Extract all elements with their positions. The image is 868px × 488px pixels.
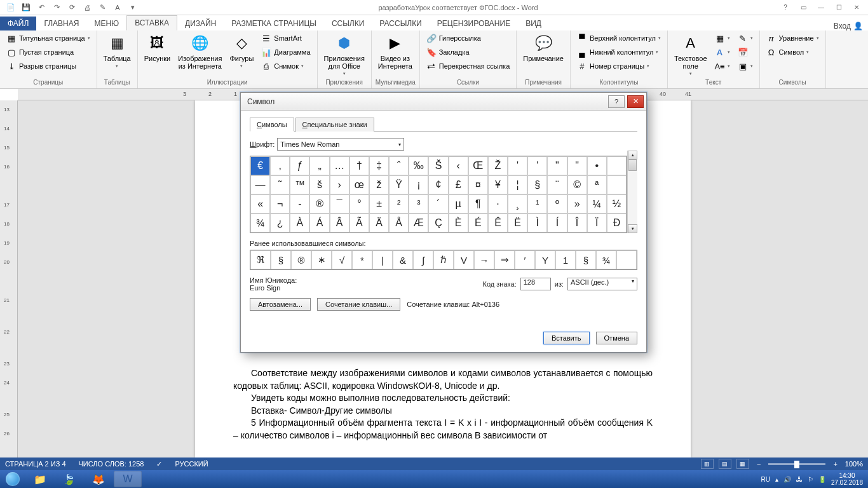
crossref-button[interactable]: ⮂Перекрестная ссылка bbox=[424, 60, 513, 72]
pictures-button[interactable]: 🖼Рисунки bbox=[142, 32, 173, 64]
tab-design[interactable]: ДИЗАЙН bbox=[177, 17, 224, 30]
shapes-button[interactable]: ◇Фигуры▾ bbox=[227, 32, 256, 70]
symbol-cell[interactable]: º bbox=[547, 194, 567, 214]
signin-link[interactable]: Вход bbox=[834, 22, 851, 30]
tray-up-icon[interactable]: ▴ bbox=[775, 476, 778, 483]
tab-view[interactable]: ВИД bbox=[518, 17, 549, 30]
hyperlink-button[interactable]: 🔗Гиперссылка bbox=[424, 32, 513, 44]
textbox-button[interactable]: AТекстовое поле▾ bbox=[672, 32, 710, 78]
status-language[interactable]: РУССКИЙ bbox=[175, 460, 208, 468]
blank-page-button[interactable]: ▢Пустая страница bbox=[4, 46, 93, 58]
symbol-cell[interactable]: § bbox=[527, 175, 547, 194]
ruler-vertical[interactable]: 13 14 15 16 17 18 19 20 21 22 23 24 25 2… bbox=[0, 100, 18, 458]
recent-symbol-cell[interactable]: * bbox=[352, 250, 372, 269]
symbol-cell[interactable]: · bbox=[488, 194, 508, 214]
symbol-cell[interactable]: ˆ bbox=[389, 156, 409, 175]
scroll-up-icon[interactable]: ▴ bbox=[628, 151, 637, 159]
symbol-cell[interactable]: Î bbox=[567, 214, 587, 233]
symbol-cell[interactable]: ' bbox=[527, 156, 547, 175]
comment-button[interactable]: 💬Примечание bbox=[520, 32, 566, 64]
recent-symbol-cell[interactable]: ⇒ bbox=[494, 250, 515, 269]
bookmark-button[interactable]: 🔖Закладка bbox=[424, 46, 513, 58]
scroll-down-icon[interactable]: ▾ bbox=[628, 224, 637, 233]
recent-symbol-cell[interactable] bbox=[616, 250, 637, 269]
recent-symbol-cell[interactable]: & bbox=[393, 250, 413, 269]
symbol-cell[interactable]: … bbox=[330, 156, 349, 175]
table-button[interactable]: ▦Таблица▾ bbox=[101, 32, 133, 70]
symbol-cell[interactable]: É bbox=[468, 214, 488, 233]
pagenum-button[interactable]: #Номер страницы▾ bbox=[574, 60, 663, 72]
symbol-cell[interactable]: ž bbox=[369, 175, 389, 194]
symbol-cell[interactable]: „ bbox=[309, 156, 329, 175]
taskbar-word[interactable]: W bbox=[114, 471, 142, 487]
recent-symbol-cell[interactable]: 1 bbox=[555, 250, 576, 269]
symbol-cell[interactable]: ˜ bbox=[270, 175, 290, 194]
qat-icon[interactable]: ✎ bbox=[95, 1, 109, 14]
online-pictures-button[interactable]: 🌐Изображения из Интернета bbox=[175, 32, 224, 71]
cover-page-button[interactable]: ▦Титульная страница▾ bbox=[4, 32, 93, 44]
undo-icon[interactable]: ↶ bbox=[34, 1, 48, 14]
view-read-icon[interactable]: ▥ bbox=[701, 459, 714, 469]
screenshot-button[interactable]: ⎙Снимок▾ bbox=[259, 60, 313, 72]
symbol-cell[interactable]: ¨ bbox=[547, 175, 567, 194]
symbol-cell[interactable]: Ï bbox=[587, 214, 607, 233]
symbol-cell[interactable]: ™ bbox=[290, 175, 309, 194]
symbol-cell[interactable]: ‡ bbox=[369, 156, 389, 175]
symbol-cell[interactable]: Æ bbox=[409, 214, 428, 233]
tab-home[interactable]: ГЛАВНАЯ bbox=[36, 17, 86, 30]
tab-layout[interactable]: РАЗМЕТКА СТРАНИЦЫ bbox=[224, 17, 324, 30]
tray-clock[interactable]: 14:30 27.02.2018 bbox=[831, 472, 863, 486]
symbol-cell[interactable]: ¸ bbox=[508, 194, 527, 214]
recent-symbol-cell[interactable]: Υ bbox=[535, 250, 555, 269]
symbol-cell[interactable]: , bbox=[270, 156, 290, 175]
symbol-cell[interactable]: š bbox=[309, 175, 329, 194]
apps-button[interactable]: ⬢Приложения для Office▾ bbox=[322, 32, 367, 78]
symbol-cell[interactable]: ¼ bbox=[587, 194, 607, 214]
zoom-slider[interactable] bbox=[768, 463, 825, 465]
symbol-cell[interactable]: œ bbox=[349, 175, 369, 194]
symbol-cell[interactable] bbox=[607, 156, 627, 175]
symbol-cell[interactable]: ƒ bbox=[290, 156, 309, 175]
symbol-cell[interactable]: ½ bbox=[607, 194, 627, 214]
volume-icon[interactable]: 🔊 bbox=[783, 476, 791, 483]
symbol-cell[interactable]: Ê bbox=[488, 214, 508, 233]
symbol-cell[interactable]: Ã bbox=[349, 214, 369, 233]
proofing-icon[interactable]: ✓ bbox=[156, 460, 162, 468]
text-part-button[interactable]: ▦▾ bbox=[712, 32, 733, 44]
symbol-cell[interactable]: Ì bbox=[527, 214, 547, 233]
help-icon[interactable]: ? bbox=[776, 1, 794, 14]
recent-symbol-cell[interactable]: √ bbox=[332, 250, 352, 269]
symbol-cell[interactable]: ¿ bbox=[270, 214, 290, 233]
view-web-icon[interactable]: ▦ bbox=[736, 459, 749, 469]
symbol-cell[interactable]: ‹ bbox=[449, 156, 468, 175]
font-color-icon[interactable]: A bbox=[111, 1, 125, 14]
symbol-cell[interactable]: ª bbox=[587, 175, 607, 194]
shortcut-button[interactable]: Сочетание клавиш... bbox=[317, 298, 400, 311]
page-break-button[interactable]: ⤓Разрыв страницы bbox=[4, 60, 93, 72]
symbol-cell[interactable]: • bbox=[587, 156, 607, 175]
dropcap-button[interactable]: A≡▾ bbox=[712, 60, 733, 72]
footer-button[interactable]: ▄Нижний колонтитул▾ bbox=[574, 46, 663, 58]
cancel-button[interactable]: Отмена bbox=[596, 332, 637, 344]
symbol-cell[interactable]: ¤ bbox=[468, 175, 488, 194]
symbol-cell[interactable]: ² bbox=[389, 194, 409, 214]
video-button[interactable]: ▶Видео из Интернета bbox=[376, 32, 415, 71]
font-combo[interactable]: Times New Roman ▾ bbox=[277, 138, 404, 151]
recent-symbol-cell[interactable]: § bbox=[576, 250, 596, 269]
symbol-cell[interactable]: ± bbox=[369, 194, 389, 214]
start-button[interactable] bbox=[0, 470, 25, 488]
qat-dropdown-icon[interactable]: ▾ bbox=[126, 1, 140, 14]
symbol-button[interactable]: ΩСимвол▾ bbox=[764, 46, 822, 58]
symbol-cell[interactable]: — bbox=[250, 175, 270, 194]
symbol-cell[interactable]: È bbox=[449, 214, 468, 233]
tab-references[interactable]: ССЫЛКИ bbox=[324, 17, 372, 30]
zoom-in-icon[interactable]: + bbox=[831, 460, 839, 468]
dialog-titlebar[interactable]: Символ ? ✕ bbox=[241, 93, 646, 111]
taskbar-explorer[interactable]: 📁 bbox=[26, 471, 54, 487]
symbol-cell[interactable]: © bbox=[567, 175, 587, 194]
symbol-cell[interactable]: ¦ bbox=[508, 175, 527, 194]
symbol-cell[interactable]: Œ bbox=[468, 156, 488, 175]
symbol-cell[interactable]: ' bbox=[508, 156, 527, 175]
tab-symbols[interactable]: Символы bbox=[250, 118, 294, 132]
symbol-cell[interactable]: Ž bbox=[488, 156, 508, 175]
